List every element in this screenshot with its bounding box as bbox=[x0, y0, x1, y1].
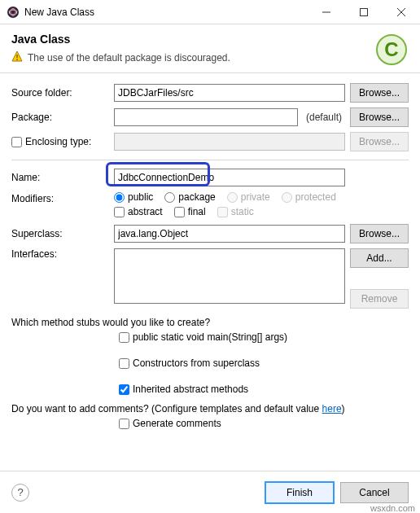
dialog-heading: Java Class bbox=[11, 33, 409, 46]
interfaces-label: Interfaces: bbox=[11, 248, 109, 260]
superclass-browse-button[interactable]: Browse... bbox=[350, 224, 409, 243]
modifiers-label: Modifiers: bbox=[11, 191, 109, 204]
modifier-final-checkbox[interactable]: final bbox=[174, 206, 206, 217]
generate-comments-checkbox[interactable]: Generate comments bbox=[119, 418, 409, 429]
warning-text: The use of the default package is discou… bbox=[28, 52, 230, 64]
superclass-label: Superclass: bbox=[11, 228, 109, 239]
configure-templates-link[interactable]: here bbox=[322, 403, 342, 414]
close-button[interactable] bbox=[383, 0, 420, 24]
name-label: Name: bbox=[11, 172, 109, 183]
watermark-text: wsxdn.com bbox=[370, 503, 415, 513]
cancel-button[interactable]: Cancel bbox=[340, 482, 409, 503]
warning-message: The use of the default package is discou… bbox=[11, 50, 409, 64]
package-label: Package: bbox=[11, 112, 109, 123]
modifier-private-radio: private bbox=[227, 191, 270, 203]
enclosing-type-browse-button: Browse... bbox=[350, 132, 409, 151]
maximize-button[interactable] bbox=[345, 0, 383, 24]
source-folder-input[interactable] bbox=[114, 84, 345, 102]
comments-question: Do you want to add comments? (Configure … bbox=[11, 403, 409, 414]
modifier-protected-radio: protected bbox=[282, 191, 336, 203]
modifier-package-radio[interactable]: package bbox=[164, 191, 215, 203]
eclipse-icon bbox=[7, 6, 20, 19]
stub-constructors-checkbox[interactable]: Constructors from superclass bbox=[119, 357, 409, 369]
interfaces-add-button[interactable]: Add... bbox=[350, 248, 409, 268]
help-button[interactable]: ? bbox=[11, 484, 29, 502]
source-folder-label: Source folder: bbox=[11, 87, 109, 99]
finish-button[interactable]: Finish bbox=[265, 482, 334, 503]
modifier-static-checkbox: static bbox=[217, 206, 254, 217]
minimize-button[interactable] bbox=[308, 0, 345, 24]
svg-text:C: C bbox=[384, 38, 398, 60]
class-icon: C bbox=[374, 33, 409, 67]
modifier-abstract-checkbox[interactable]: abstract bbox=[114, 206, 163, 217]
dialog-footer: ? Finish Cancel bbox=[0, 471, 420, 513]
package-default-text: (default) bbox=[303, 112, 345, 123]
enclosing-type-label[interactable]: Enclosing type: bbox=[11, 136, 109, 147]
interfaces-list[interactable] bbox=[114, 248, 345, 304]
stub-main-checkbox[interactable]: public static void main(String[] args) bbox=[119, 331, 409, 343]
dialog-content: Source folder: Browse... Package: (defau… bbox=[0, 73, 420, 429]
method-stubs-question: Which method stubs would you like to cre… bbox=[11, 317, 409, 328]
stub-inherited-checkbox[interactable]: Inherited abstract methods bbox=[119, 384, 409, 395]
svg-point-9 bbox=[16, 59, 18, 60]
package-input[interactable] bbox=[114, 108, 298, 126]
name-input[interactable] bbox=[114, 169, 345, 186]
window-title: New Java Class bbox=[24, 7, 308, 18]
source-folder-browse-button[interactable]: Browse... bbox=[350, 83, 409, 103]
svg-rect-4 bbox=[361, 8, 368, 15]
superclass-input[interactable] bbox=[114, 225, 345, 243]
modifier-public-radio[interactable]: public bbox=[114, 191, 153, 203]
package-browse-button[interactable]: Browse... bbox=[350, 107, 409, 127]
warning-icon bbox=[11, 50, 23, 64]
titlebar: New Java Class bbox=[0, 0, 420, 24]
interfaces-remove-button: Remove bbox=[350, 289, 409, 309]
enclosing-type-input bbox=[114, 133, 345, 151]
dialog-header: Java Class The use of the default packag… bbox=[0, 24, 420, 73]
enclosing-type-checkbox[interactable] bbox=[11, 137, 22, 147]
